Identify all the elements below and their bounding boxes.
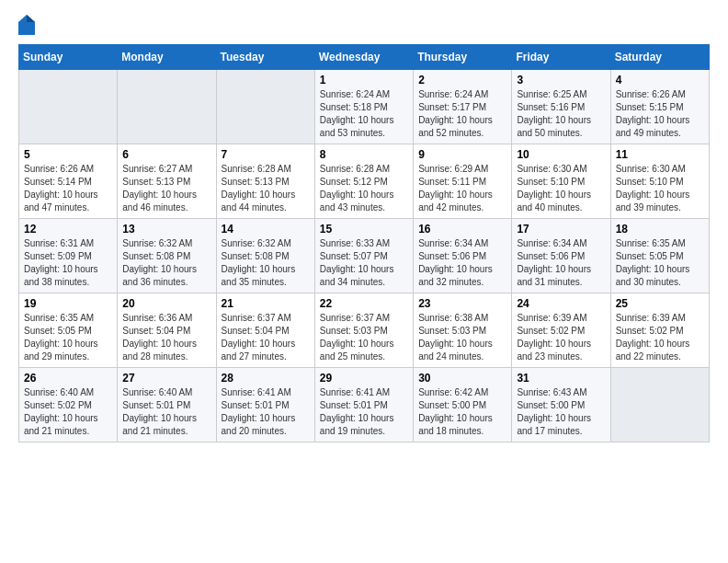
day-header-wednesday: Wednesday — [314, 45, 413, 70]
day-info: Sunrise: 6:26 AMSunset: 5:14 PMDaylight:… — [24, 163, 112, 214]
day-info: Sunrise: 6:41 AMSunset: 5:01 PMDaylight:… — [320, 386, 408, 438]
day-header-monday: Monday — [118, 45, 216, 70]
calendar-cell: 27Sunrise: 6:40 AMSunset: 5:01 PMDayligh… — [118, 368, 216, 442]
calendar-cell: 12Sunrise: 6:31 AMSunset: 5:09 PMDayligh… — [19, 219, 118, 293]
calendar-cell: 18Sunrise: 6:35 AMSunset: 5:05 PMDayligh… — [610, 219, 709, 293]
calendar-cell: 16Sunrise: 6:34 AMSunset: 5:06 PMDayligh… — [414, 219, 512, 293]
day-info: Sunrise: 6:39 AMSunset: 5:02 PMDaylight:… — [517, 312, 605, 363]
calendar-cell: 20Sunrise: 6:36 AMSunset: 5:04 PMDayligh… — [118, 293, 216, 368]
calendar-cell — [118, 70, 216, 144]
day-number: 11 — [616, 148, 704, 161]
calendar-cell — [610, 368, 709, 442]
calendar-cell: 31Sunrise: 6:43 AMSunset: 5:00 PMDayligh… — [512, 368, 610, 442]
day-info: Sunrise: 6:33 AMSunset: 5:07 PMDaylight:… — [320, 237, 408, 289]
day-number: 7 — [222, 148, 310, 161]
day-number: 27 — [122, 372, 210, 385]
day-headers-row: SundayMondayTuesdayWednesdayThursdayFrid… — [19, 45, 710, 70]
day-number: 5 — [24, 148, 112, 161]
calendar-cell: 25Sunrise: 6:39 AMSunset: 5:02 PMDayligh… — [610, 293, 709, 368]
day-info: Sunrise: 6:30 AMSunset: 5:10 PMDaylight:… — [616, 163, 704, 214]
day-number: 21 — [222, 297, 310, 310]
day-info: Sunrise: 6:39 AMSunset: 5:02 PMDaylight:… — [616, 312, 704, 363]
day-number: 17 — [517, 223, 605, 236]
day-info: Sunrise: 6:35 AMSunset: 5:05 PMDaylight:… — [616, 237, 704, 289]
day-number: 9 — [418, 148, 506, 161]
calendar-cell: 30Sunrise: 6:42 AMSunset: 5:00 PMDayligh… — [414, 368, 512, 442]
day-info: Sunrise: 6:28 AMSunset: 5:13 PMDaylight:… — [222, 163, 310, 214]
day-info: Sunrise: 6:25 AMSunset: 5:16 PMDaylight:… — [517, 88, 605, 140]
day-info: Sunrise: 6:36 AMSunset: 5:04 PMDaylight:… — [122, 312, 210, 363]
calendar-cell: 6Sunrise: 6:27 AMSunset: 5:13 PMDaylight… — [118, 144, 216, 219]
week-row-1: 5Sunrise: 6:26 AMSunset: 5:14 PMDaylight… — [19, 144, 710, 219]
day-header-thursday: Thursday — [414, 45, 512, 70]
week-row-2: 12Sunrise: 6:31 AMSunset: 5:09 PMDayligh… — [19, 219, 710, 293]
day-info: Sunrise: 6:42 AMSunset: 5:00 PMDaylight:… — [418, 386, 506, 438]
day-info: Sunrise: 6:31 AMSunset: 5:09 PMDaylight:… — [24, 237, 112, 289]
calendar-cell: 21Sunrise: 6:37 AMSunset: 5:04 PMDayligh… — [216, 293, 314, 368]
day-number: 13 — [122, 223, 210, 236]
day-info: Sunrise: 6:40 AMSunset: 5:01 PMDaylight:… — [122, 386, 210, 438]
day-number: 14 — [222, 223, 310, 236]
calendar-cell: 3Sunrise: 6:25 AMSunset: 5:16 PMDaylight… — [512, 70, 610, 144]
day-info: Sunrise: 6:29 AMSunset: 5:11 PMDaylight:… — [418, 163, 506, 214]
calendar-cell: 2Sunrise: 6:24 AMSunset: 5:17 PMDaylight… — [414, 70, 512, 144]
calendar-cell: 7Sunrise: 6:28 AMSunset: 5:13 PMDaylight… — [216, 144, 314, 219]
calendar-cell: 22Sunrise: 6:37 AMSunset: 5:03 PMDayligh… — [314, 293, 413, 368]
day-info: Sunrise: 6:24 AMSunset: 5:17 PMDaylight:… — [418, 88, 506, 140]
calendar-cell: 13Sunrise: 6:32 AMSunset: 5:08 PMDayligh… — [118, 219, 216, 293]
day-info: Sunrise: 6:30 AMSunset: 5:10 PMDaylight:… — [517, 163, 605, 214]
calendar-table: SundayMondayTuesdayWednesdayThursdayFrid… — [18, 44, 710, 442]
calendar-cell: 15Sunrise: 6:33 AMSunset: 5:07 PMDayligh… — [314, 219, 413, 293]
day-header-saturday: Saturday — [610, 45, 709, 70]
day-number: 18 — [616, 223, 704, 236]
calendar-cell — [19, 70, 118, 144]
day-number: 1 — [320, 74, 408, 86]
day-info: Sunrise: 6:27 AMSunset: 5:13 PMDaylight:… — [122, 163, 210, 214]
day-number: 31 — [517, 372, 605, 385]
week-row-0: 1Sunrise: 6:24 AMSunset: 5:18 PMDaylight… — [19, 70, 710, 144]
day-number: 2 — [418, 74, 506, 86]
day-info: Sunrise: 6:40 AMSunset: 5:02 PMDaylight:… — [24, 386, 112, 438]
calendar-cell: 28Sunrise: 6:41 AMSunset: 5:01 PMDayligh… — [216, 368, 314, 442]
week-row-4: 26Sunrise: 6:40 AMSunset: 5:02 PMDayligh… — [19, 368, 710, 442]
svg-marker-1 — [27, 15, 35, 22]
day-number: 16 — [418, 223, 506, 236]
calendar-cell — [216, 70, 314, 144]
day-number: 29 — [320, 372, 408, 385]
day-info: Sunrise: 6:32 AMSunset: 5:08 PMDaylight:… — [122, 237, 210, 289]
day-info: Sunrise: 6:26 AMSunset: 5:15 PMDaylight:… — [616, 88, 704, 140]
week-row-3: 19Sunrise: 6:35 AMSunset: 5:05 PMDayligh… — [19, 293, 710, 368]
day-number: 19 — [24, 297, 112, 310]
day-number: 26 — [24, 372, 112, 385]
calendar-cell: 9Sunrise: 6:29 AMSunset: 5:11 PMDaylight… — [414, 144, 512, 219]
day-header-friday: Friday — [512, 45, 610, 70]
page-header — [18, 15, 710, 35]
calendar-cell: 4Sunrise: 6:26 AMSunset: 5:15 PMDaylight… — [610, 70, 709, 144]
day-number: 15 — [320, 223, 408, 236]
day-info: Sunrise: 6:43 AMSunset: 5:00 PMDaylight:… — [517, 386, 605, 438]
calendar-cell: 11Sunrise: 6:30 AMSunset: 5:10 PMDayligh… — [610, 144, 709, 219]
day-number: 10 — [517, 148, 605, 161]
day-info: Sunrise: 6:24 AMSunset: 5:18 PMDaylight:… — [320, 88, 408, 140]
day-header-sunday: Sunday — [19, 45, 118, 70]
calendar-cell: 1Sunrise: 6:24 AMSunset: 5:18 PMDaylight… — [314, 70, 413, 144]
day-info: Sunrise: 6:34 AMSunset: 5:06 PMDaylight:… — [517, 237, 605, 289]
logo — [18, 15, 39, 35]
day-number: 6 — [122, 148, 210, 161]
calendar-cell: 29Sunrise: 6:41 AMSunset: 5:01 PMDayligh… — [314, 368, 413, 442]
day-number: 20 — [122, 297, 210, 310]
day-info: Sunrise: 6:35 AMSunset: 5:05 PMDaylight:… — [24, 312, 112, 363]
day-number: 8 — [320, 148, 408, 161]
day-info: Sunrise: 6:38 AMSunset: 5:03 PMDaylight:… — [418, 312, 506, 363]
day-number: 30 — [418, 372, 506, 385]
calendar-cell: 8Sunrise: 6:28 AMSunset: 5:12 PMDaylight… — [314, 144, 413, 219]
day-info: Sunrise: 6:37 AMSunset: 5:04 PMDaylight:… — [222, 312, 310, 363]
calendar-cell: 23Sunrise: 6:38 AMSunset: 5:03 PMDayligh… — [414, 293, 512, 368]
day-info: Sunrise: 6:32 AMSunset: 5:08 PMDaylight:… — [222, 237, 310, 289]
day-info: Sunrise: 6:28 AMSunset: 5:12 PMDaylight:… — [320, 163, 408, 214]
day-number: 24 — [517, 297, 605, 310]
day-number: 22 — [320, 297, 408, 310]
calendar-cell: 24Sunrise: 6:39 AMSunset: 5:02 PMDayligh… — [512, 293, 610, 368]
day-info: Sunrise: 6:41 AMSunset: 5:01 PMDaylight:… — [222, 386, 310, 438]
calendar-cell: 19Sunrise: 6:35 AMSunset: 5:05 PMDayligh… — [19, 293, 118, 368]
